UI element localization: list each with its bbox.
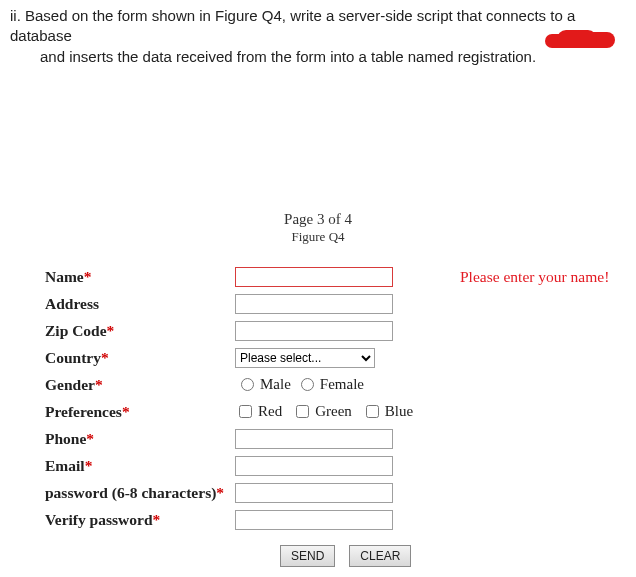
label-country-text: Country (45, 349, 101, 366)
label-preferences: Preferences* (45, 403, 235, 421)
send-button[interactable]: SEND (280, 545, 335, 567)
row-preferences: Preferences* Red Green Blue (45, 398, 636, 425)
pref-blue-checkbox[interactable] (366, 405, 379, 418)
pref-red-checkbox[interactable] (239, 405, 252, 418)
row-password: password (6-8 characters)* (45, 479, 636, 506)
gender-female-radio[interactable] (301, 378, 314, 391)
preferences-check-group: Red Green Blue (235, 403, 413, 420)
pref-green-checkbox[interactable] (296, 405, 309, 418)
gender-female-label: Female (320, 376, 364, 393)
required-marker: * (86, 430, 94, 447)
label-verify-text: Verify password (45, 511, 153, 528)
button-row: SEND CLEAR (45, 533, 636, 567)
label-email-text: Email (45, 457, 85, 474)
required-marker: * (153, 511, 161, 528)
question-marker: ii. (10, 7, 21, 24)
pager-text: Page 3 of 4 (0, 210, 636, 229)
required-marker: * (85, 457, 93, 474)
row-address: Address (45, 290, 636, 317)
figure-caption: Figure Q4 (0, 229, 636, 245)
phone-input[interactable] (235, 429, 393, 449)
required-marker: * (95, 376, 103, 393)
label-name-text: Name (45, 268, 84, 285)
required-marker: * (107, 322, 115, 339)
row-zip: Zip Code* (45, 317, 636, 344)
required-marker: * (216, 484, 224, 501)
zip-input[interactable] (235, 321, 393, 341)
label-phone-text: Phone (45, 430, 86, 447)
label-address-text: Address (45, 295, 99, 312)
row-phone: Phone* (45, 425, 636, 452)
label-zip: Zip Code* (45, 322, 235, 340)
email-input[interactable] (235, 456, 393, 476)
clear-button[interactable]: CLEAR (349, 545, 411, 567)
figure-area: Page 3 of 4 Figure Q4 Name* Please enter… (0, 210, 636, 567)
password-input[interactable] (235, 483, 393, 503)
gender-male-radio[interactable] (241, 378, 254, 391)
label-zip-text: Zip Code (45, 322, 107, 339)
label-verify: Verify password* (45, 511, 235, 529)
row-country: Country* Please select... (45, 344, 636, 371)
label-phone: Phone* (45, 430, 235, 448)
label-password: password (6-8 characters)* (45, 484, 235, 502)
gender-male-label: Male (260, 376, 291, 393)
label-preferences-text: Preferences (45, 403, 122, 420)
required-marker: * (122, 403, 130, 420)
name-error-message: Please enter your name! (435, 268, 609, 286)
label-gender: Gender* (45, 376, 235, 394)
label-country: Country* (45, 349, 235, 367)
verify-password-input[interactable] (235, 510, 393, 530)
pref-green-label: Green (315, 403, 352, 420)
country-select[interactable]: Please select... (235, 348, 375, 368)
page-container: ii. Based on the form shown in Figure Q4… (0, 0, 636, 577)
question-text: ii. Based on the form shown in Figure Q4… (0, 0, 636, 67)
label-name: Name* (45, 268, 235, 286)
name-input[interactable] (235, 267, 393, 287)
row-gender: Gender* Male Female (45, 371, 636, 398)
label-address: Address (45, 295, 235, 313)
registration-form: Name* Please enter your name! Address (0, 263, 636, 567)
address-input[interactable] (235, 294, 393, 314)
row-email: Email* (45, 452, 636, 479)
question-line1: Based on the form shown in Figure Q4, wr… (10, 7, 575, 44)
gender-radio-group: Male Female (235, 376, 364, 393)
row-verify: Verify password* (45, 506, 636, 533)
pref-blue-label: Blue (385, 403, 413, 420)
required-marker: * (84, 268, 92, 285)
figure-header: Page 3 of 4 Figure Q4 (0, 210, 636, 245)
pref-red-label: Red (258, 403, 282, 420)
label-password-text: password (6-8 characters) (45, 484, 216, 501)
label-email: Email* (45, 457, 235, 475)
annotation-scribble (545, 30, 615, 50)
label-gender-text: Gender (45, 376, 95, 393)
row-name: Name* Please enter your name! (45, 263, 636, 290)
required-marker: * (101, 349, 109, 366)
question-line2: and inserts the data received from the f… (10, 47, 626, 67)
